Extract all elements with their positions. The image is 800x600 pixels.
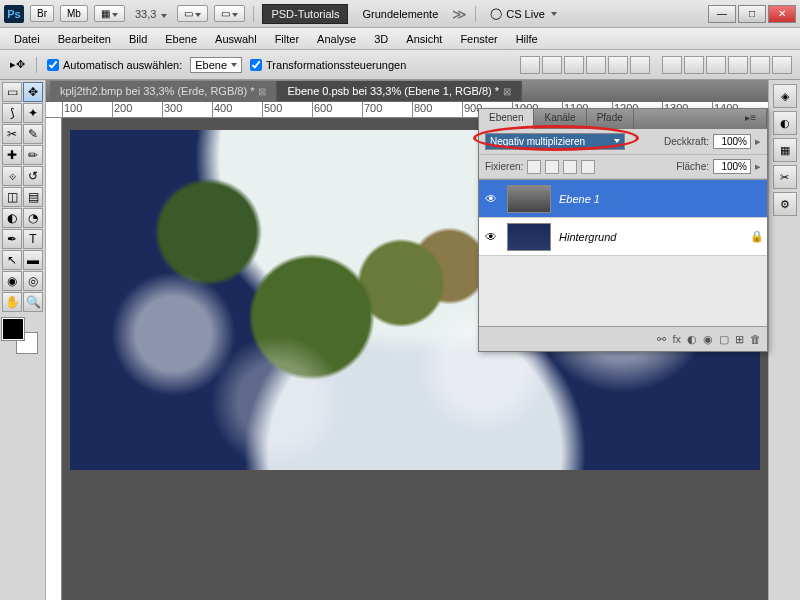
align-buttons — [520, 56, 792, 74]
align-hcenter[interactable] — [608, 56, 628, 74]
align-right[interactable] — [630, 56, 650, 74]
visibility-icon[interactable]: 👁 — [479, 192, 503, 206]
mask-icon[interactable]: ◐ — [687, 333, 697, 346]
align-top[interactable] — [520, 56, 540, 74]
menu-bearbeiten[interactable]: Bearbeiten — [50, 30, 119, 48]
tool-preset-icon[interactable]: ✂ — [773, 165, 797, 189]
close-button[interactable]: ✕ — [768, 5, 796, 23]
fx-icon[interactable]: fx — [672, 333, 681, 345]
dist-right[interactable] — [772, 56, 792, 74]
opacity-input[interactable]: 100% — [713, 134, 751, 149]
workspace-more[interactable]: ≫ — [452, 6, 467, 22]
layer-thumb[interactable] — [507, 223, 551, 251]
blend-mode-dropdown[interactable]: Negativ multiplizieren — [485, 133, 625, 150]
menu-ebene[interactable]: Ebene — [157, 30, 205, 48]
brush-tool[interactable]: ✏ — [23, 145, 43, 165]
adjustment-icon[interactable]: ◐ — [773, 111, 797, 135]
3dcam-tool[interactable]: ◎ — [23, 271, 43, 291]
color-swatches[interactable] — [2, 318, 38, 354]
align-vcenter[interactable] — [542, 56, 562, 74]
menu-3d[interactable]: 3D — [366, 30, 396, 48]
dist-vcenter[interactable] — [684, 56, 704, 74]
lock-transparency[interactable] — [527, 160, 541, 174]
menu-datei[interactable]: Datei — [6, 30, 48, 48]
type-tool[interactable]: T — [23, 229, 43, 249]
transform-checkbox[interactable]: Transformationssteuerungen — [250, 59, 406, 71]
cslive-button[interactable]: ◯ CS Live — [484, 5, 563, 22]
marquee-tool[interactable]: ▭ — [2, 82, 22, 102]
delete-icon[interactable]: 🗑 — [750, 333, 761, 345]
tab-pfade[interactable]: Pfade — [587, 109, 634, 129]
close-tab-icon[interactable]: ⊠ — [503, 86, 511, 97]
heal-tool[interactable]: ✚ — [2, 145, 22, 165]
layer-row[interactable]: 👁 Ebene 1 — [479, 180, 767, 218]
adjust-icon[interactable]: ◉ — [703, 333, 713, 346]
minimize-button[interactable]: — — [708, 5, 736, 23]
lasso-tool[interactable]: ⟆ — [2, 103, 22, 123]
lock-position[interactable] — [563, 160, 577, 174]
layer-row[interactable]: 👁 Hintergrund 🔒 — [479, 218, 767, 256]
workspace-grundelemente[interactable]: Grundelemente — [354, 5, 446, 23]
eraser-tool[interactable]: ◫ — [2, 187, 22, 207]
eyedropper-tool[interactable]: ✎ — [23, 124, 43, 144]
bridge-button[interactable]: Br — [30, 5, 54, 22]
arrange-button[interactable]: ▭ — [214, 5, 245, 22]
close-tab-icon[interactable]: ⊠ — [258, 86, 266, 97]
gradient-tool[interactable]: ▤ — [23, 187, 43, 207]
visibility-icon[interactable]: 👁 — [479, 230, 503, 244]
layer-name[interactable]: Ebene 1 — [555, 193, 767, 205]
fill-input[interactable]: 100% — [713, 159, 751, 174]
doc-tab-1[interactable]: kplj2th2.bmp bei 33,3% (Erde, RGB/8) *⊠ — [50, 81, 277, 101]
layer-thumb[interactable] — [507, 185, 551, 213]
settings-icon[interactable]: ⚙ — [773, 192, 797, 216]
3d-tool[interactable]: ◉ — [2, 271, 22, 291]
lock-pixels[interactable] — [545, 160, 559, 174]
auto-select-dropdown[interactable]: Ebene — [190, 57, 242, 73]
align-bottom[interactable] — [564, 56, 584, 74]
dist-top[interactable] — [662, 56, 682, 74]
foreground-swatch[interactable] — [2, 318, 24, 340]
layer-name[interactable]: Hintergrund — [555, 231, 747, 243]
pen-tool[interactable]: ✒ — [2, 229, 22, 249]
zoom-tool[interactable]: 🔍 — [23, 292, 43, 312]
menu-filter[interactable]: Filter — [267, 30, 307, 48]
ps-logo: Ps — [4, 5, 24, 23]
styles-icon[interactable]: ▦ — [773, 138, 797, 162]
group-icon[interactable]: ▢ — [719, 333, 729, 346]
view-extras-button[interactable]: ▭ — [177, 5, 208, 22]
panel-menu-icon[interactable]: ▸≡ — [735, 109, 767, 129]
tab-kanaele[interactable]: Kanäle — [534, 109, 586, 129]
hand-tool[interactable]: ✋ — [2, 292, 22, 312]
move-tool[interactable]: ✥ — [23, 82, 43, 102]
path-tool[interactable]: ↖ — [2, 250, 22, 270]
menu-auswahl[interactable]: Auswahl — [207, 30, 265, 48]
history-tool[interactable]: ↺ — [23, 166, 43, 186]
tab-ebenen[interactable]: Ebenen — [479, 109, 534, 129]
menu-bild[interactable]: Bild — [121, 30, 155, 48]
screen-mode-button[interactable]: ▦ — [94, 5, 125, 22]
zoom-display[interactable]: 33,3 — [131, 6, 171, 22]
menu-hilfe[interactable]: Hilfe — [508, 30, 546, 48]
crop-tool[interactable]: ✂ — [2, 124, 22, 144]
auto-select-checkbox[interactable]: Automatisch auswählen: — [47, 59, 182, 71]
dist-bottom[interactable] — [706, 56, 726, 74]
stamp-tool[interactable]: ⟐ — [2, 166, 22, 186]
lock-all[interactable] — [581, 160, 595, 174]
dodge-tool[interactable]: ◔ — [23, 208, 43, 228]
minibridge-button[interactable]: Mb — [60, 5, 88, 22]
menu-analyse[interactable]: Analyse — [309, 30, 364, 48]
align-left[interactable] — [586, 56, 606, 74]
maximize-button[interactable]: □ — [738, 5, 766, 23]
layers-icon[interactable]: ◈ — [773, 84, 797, 108]
doc-tab-2[interactable]: Ebene 0.psb bei 33,3% (Ebene 1, RGB/8) *… — [277, 81, 522, 101]
shape-tool[interactable]: ▬ — [23, 250, 43, 270]
dist-left[interactable] — [728, 56, 748, 74]
link-icon[interactable]: ⚯ — [657, 333, 666, 346]
workspace-tutorials[interactable]: PSD-Tutorials — [262, 4, 348, 24]
menu-fenster[interactable]: Fenster — [452, 30, 505, 48]
blur-tool[interactable]: ◐ — [2, 208, 22, 228]
wand-tool[interactable]: ✦ — [23, 103, 43, 123]
dist-hcenter[interactable] — [750, 56, 770, 74]
menu-ansicht[interactable]: Ansicht — [398, 30, 450, 48]
new-layer-icon[interactable]: ⊞ — [735, 333, 744, 346]
